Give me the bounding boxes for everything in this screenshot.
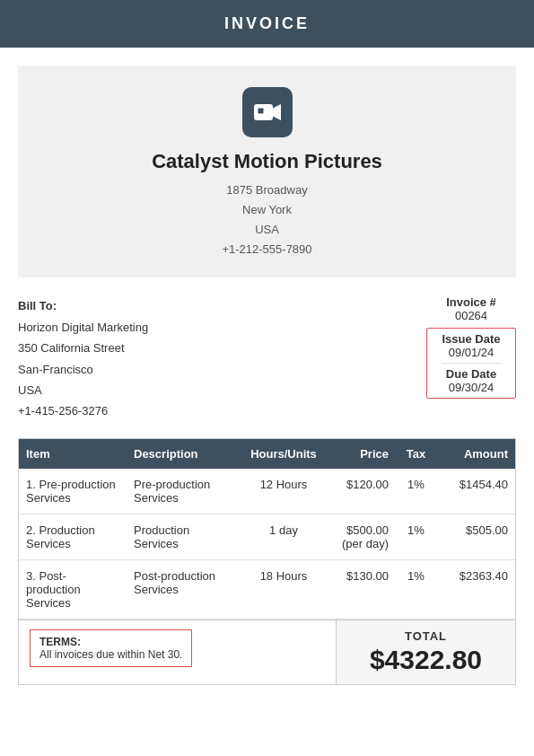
billing-section: Bill To: Horizon Digital Marketing 350 C…: [18, 295, 516, 421]
row1-item: 1. Pre-production Services: [19, 469, 127, 514]
invoice-meta-block: Invoice # 00264 Issue Date 09/01/24 Due …: [426, 295, 516, 399]
invoice-table-wrapper: Item Description Hours/Units Price Tax A…: [18, 438, 516, 620]
company-name: Catalyst Motion Pictures: [36, 150, 498, 173]
issue-date-value: 09/01/24: [442, 346, 501, 359]
due-date-value: 09/30/24: [442, 381, 501, 394]
col-hours: Hours/Units: [243, 439, 324, 469]
row2-price: $500.00 (per day): [324, 514, 396, 559]
row2-item: 2. Production Services: [19, 514, 127, 559]
date-block: Issue Date 09/01/24 Due Date 09/30/24: [426, 328, 516, 399]
col-price: Price: [324, 439, 396, 469]
row3-amount: $2363.40: [436, 559, 515, 619]
row1-amount: $1454.40: [436, 469, 515, 514]
col-amount: Amount: [436, 439, 515, 469]
terms-label: TERMS:: [39, 636, 81, 648]
invoice-title: INVOICE: [224, 14, 310, 32]
invoice-header: INVOICE: [0, 0, 534, 48]
row1-hours: 12 Hours: [243, 469, 324, 514]
invoice-number-label: Invoice #: [446, 295, 496, 309]
bill-to-city: San-Francisco: [18, 359, 148, 380]
table-row: 2. Production Services Production Servic…: [19, 514, 515, 559]
terms-text: All invoices due within Net 30.: [39, 648, 182, 661]
video-camera-icon: [251, 96, 284, 128]
terms-cell: TERMS: All invoices due within Net 30.: [19, 620, 336, 684]
row2-hours: 1 day: [243, 514, 324, 559]
table-header-row: Item Description Hours/Units Price Tax A…: [19, 439, 515, 469]
row3-hours: 18 Hours: [243, 559, 324, 619]
total-value: $4322.80: [351, 645, 501, 675]
table-row: 3. Post-production Services Post-product…: [19, 559, 515, 619]
total-cell: TOTAL $4322.80: [336, 620, 515, 684]
bill-to-label: Bill To:: [18, 295, 148, 316]
col-tax: Tax: [396, 439, 436, 469]
row1-price: $120.00: [324, 469, 396, 514]
bill-to-country: USA: [18, 380, 148, 400]
due-date-label: Due Date: [442, 367, 501, 381]
invoice-number-value: 00264: [455, 309, 487, 322]
issue-date-label: Issue Date: [442, 332, 501, 346]
terms-block: TERMS: All invoices due within Net 30.: [30, 629, 192, 667]
footer-area: TERMS: All invoices due within Net 30. T…: [18, 620, 516, 685]
row3-price: $130.00: [324, 559, 396, 619]
bill-to-block: Bill To: Horizon Digital Marketing 350 C…: [18, 295, 148, 421]
row3-tax: 1%: [396, 559, 436, 619]
row1-tax: 1%: [396, 469, 436, 514]
company-phone: +1-212-555-7890: [36, 240, 498, 259]
svg-marker-1: [273, 104, 281, 120]
bill-to-name: Horizon Digital Marketing: [18, 317, 148, 338]
table-row: 1. Pre-production Services Pre-productio…: [19, 469, 515, 514]
row2-amount: $505.00: [436, 514, 515, 559]
company-address-line2: New York: [36, 200, 498, 220]
bill-to-street: 350 California Street: [18, 338, 148, 358]
col-description: Description: [127, 439, 243, 469]
row1-description: Pre-production Services: [127, 469, 243, 514]
total-label: TOTAL: [351, 629, 501, 643]
col-item: Item: [19, 439, 127, 469]
company-address-line1: 1875 Broadway: [36, 180, 498, 200]
company-logo: [242, 87, 293, 137]
row2-description: Production Services: [127, 514, 243, 559]
bill-to-phone: +1-415-256-3276: [18, 400, 148, 421]
svg-rect-2: [258, 109, 263, 114]
row3-description: Post-production Services: [127, 559, 243, 619]
company-address: 1875 Broadway New York USA +1-212-555-78…: [36, 180, 498, 259]
date-divider: [442, 363, 501, 364]
row3-item: 3. Post-production Services: [19, 559, 127, 619]
company-section: Catalyst Motion Pictures 1875 Broadway N…: [18, 66, 516, 277]
invoice-table: Item Description Hours/Units Price Tax A…: [19, 439, 515, 620]
company-address-line3: USA: [36, 220, 498, 240]
invoice-number-block: Invoice # 00264: [426, 295, 516, 322]
row2-tax: 1%: [396, 514, 436, 559]
